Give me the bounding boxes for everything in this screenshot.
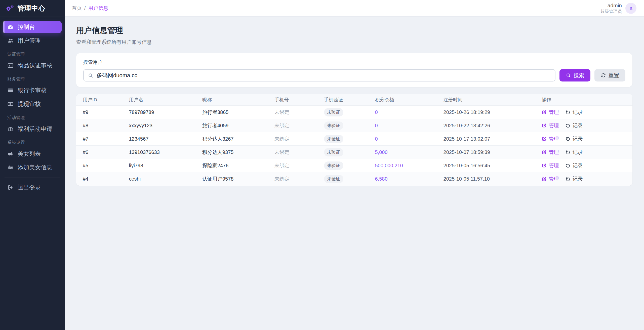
- column-header-user-id: 用户ID: [83, 97, 129, 103]
- sliders-icon: [7, 164, 14, 171]
- admin-app: 管理中心 控制台 用户管理 认证管理 物品认证审核 财务管理 银行卡审核: [0, 0, 644, 330]
- phone-verify-badge: 未验证: [324, 148, 343, 156]
- search-icon: [566, 73, 571, 78]
- gift-icon: [7, 126, 14, 132]
- sidebar: 管理中心 控制台 用户管理 认证管理 物品认证审核 财务管理 银行卡审核: [0, 0, 65, 330]
- table-body: #9 789789789 旅行者3865 未绑定 未验证 0 2025-10-2…: [76, 106, 632, 186]
- sidebar-divider: [5, 178, 60, 178]
- column-header-username: 用户名: [129, 97, 202, 103]
- search-button-label: 搜索: [574, 72, 584, 79]
- main-area: 首页 / 用户信息 admin 超级管理员 a 用户信息管理 查看和管理系统所有…: [65, 0, 644, 330]
- column-header-points: 积分余额: [375, 97, 444, 103]
- manage-link[interactable]: 管理: [542, 109, 559, 116]
- registered-time: 2025-10-07 18:59:39: [444, 149, 542, 155]
- manage-link[interactable]: 管理: [542, 136, 559, 142]
- sidebar-item-label: 福利活动申请: [18, 125, 52, 133]
- nickname: 积分达人9375: [202, 149, 274, 156]
- table-row: #7 1234567 积分达人3267 未绑定 未验证 0 2025-10-17…: [76, 132, 632, 146]
- users-icon: [7, 37, 14, 44]
- avatar[interactable]: a: [625, 3, 636, 14]
- sidebar-item-user-management[interactable]: 用户管理: [3, 34, 62, 47]
- user-id: #9: [83, 109, 129, 115]
- history-icon: [566, 177, 571, 182]
- user-id: #8: [83, 123, 129, 129]
- manage-link[interactable]: 管理: [542, 176, 559, 182]
- phone-verify-badge: 未验证: [324, 175, 343, 183]
- points-balance: 5,000: [375, 149, 444, 155]
- sidebar-section-auth: 认证管理: [3, 48, 62, 59]
- user-id: #7: [83, 136, 129, 142]
- sidebar-item-bank-card-review[interactable]: 银行卡审核: [3, 84, 62, 97]
- credit-card-icon: [7, 87, 14, 94]
- points-balance: 0: [375, 136, 444, 142]
- points-balance: 0: [375, 109, 444, 115]
- registered-time: 2025-10-05 11:57:10: [444, 176, 542, 182]
- sidebar-section-activity: 活动管理: [3, 111, 62, 123]
- phone-verify-badge: 未验证: [324, 161, 343, 170]
- username: xxxyyy123: [129, 123, 202, 129]
- manage-link[interactable]: 管理: [542, 162, 559, 169]
- search-icon: [88, 73, 93, 78]
- records-link[interactable]: 记录: [566, 136, 583, 142]
- sidebar-item-beauty-list[interactable]: 美女列表: [3, 148, 62, 160]
- search-card: 搜索用户 搜索 重置: [76, 53, 632, 87]
- sidebar-item-welfare-application[interactable]: 福利活动申请: [3, 123, 62, 135]
- search-button[interactable]: 搜索: [559, 69, 590, 81]
- sidebar-section-system: 系统设置: [3, 136, 62, 148]
- phone: 未绑定: [274, 136, 324, 142]
- sidebar-item-logout[interactable]: 退出登录: [3, 181, 62, 194]
- phone: 未绑定: [274, 162, 324, 169]
- records-link[interactable]: 记录: [566, 122, 583, 129]
- sidebar-item-item-auth-review[interactable]: 物品认证审核: [3, 59, 62, 72]
- phone: 未绑定: [274, 176, 324, 182]
- points-balance: 6,580: [375, 176, 444, 182]
- reset-button[interactable]: 重置: [594, 69, 625, 81]
- registered-time: 2025-10-22 18:42:26: [444, 123, 542, 129]
- nickname: 认证用户9578: [202, 176, 274, 182]
- user-id: #6: [83, 149, 129, 155]
- username: 789789789: [129, 109, 202, 115]
- table-row: #9 789789789 旅行者3865 未绑定 未验证 0 2025-10-2…: [76, 106, 632, 119]
- user-box: admin 超级管理员 a: [600, 2, 636, 14]
- sidebar-item-label: 物品认证审核: [18, 62, 52, 69]
- sidebar-nav: 控制台 用户管理 认证管理 物品认证审核 财务管理 银行卡审核 提现审核 活动管…: [0, 17, 65, 330]
- phone: 未绑定: [274, 149, 324, 156]
- table-row: #4 ceshi 认证用户9578 未绑定 未验证 6,580 2025-10-…: [76, 172, 632, 186]
- nickname: 探险家2476: [202, 162, 274, 169]
- page-subtitle: 查看和管理系统所有用户账号信息: [76, 39, 632, 46]
- records-link[interactable]: 记录: [566, 176, 583, 182]
- money-bill-icon: [7, 101, 14, 107]
- manage-link[interactable]: 管理: [542, 122, 559, 129]
- breadcrumb-current: 用户信息: [88, 5, 108, 12]
- sidebar-item-withdraw-review[interactable]: 提现审核: [3, 98, 62, 110]
- brand: 管理中心: [0, 0, 65, 17]
- page-title: 用户信息管理: [76, 25, 632, 36]
- edit-icon: [542, 136, 547, 141]
- manage-link[interactable]: 管理: [542, 149, 559, 156]
- registered-time: 2025-10-26 18:19:29: [444, 109, 542, 115]
- breadcrumb-home[interactable]: 首页: [72, 5, 82, 12]
- sidebar-item-label: 银行卡审核: [18, 87, 47, 94]
- registered-time: 2025-10-17 13:02:07: [444, 136, 542, 142]
- user-id: #5: [83, 163, 129, 169]
- user-id: #4: [83, 176, 129, 182]
- sidebar-item-label: 控制台: [18, 23, 35, 31]
- user-name: admin: [600, 2, 622, 9]
- sidebar-item-dashboard[interactable]: 控制台: [3, 21, 62, 33]
- history-icon: [566, 150, 571, 155]
- search-input[interactable]: [97, 72, 551, 79]
- username: liyi798: [129, 163, 202, 169]
- records-link[interactable]: 记录: [566, 149, 583, 156]
- id-card-icon: [7, 62, 14, 69]
- sidebar-item-label: 美女列表: [18, 150, 41, 158]
- table-row: #8 xxxyyy123 旅行者4059 未绑定 未验证 0 2025-10-2…: [76, 119, 632, 132]
- records-link[interactable]: 记录: [566, 109, 583, 116]
- breadcrumb: 首页 / 用户信息: [72, 5, 108, 12]
- history-icon: [566, 110, 571, 115]
- user-meta: admin 超级管理员: [600, 2, 622, 14]
- records-link[interactable]: 记录: [566, 162, 583, 169]
- phone: 未绑定: [274, 109, 324, 116]
- topbar: 首页 / 用户信息 admin 超级管理员 a: [65, 0, 644, 17]
- sidebar-item-add-beauty-info[interactable]: 添加美女信息: [3, 161, 62, 174]
- phone-verify-badge: 未验证: [324, 108, 343, 116]
